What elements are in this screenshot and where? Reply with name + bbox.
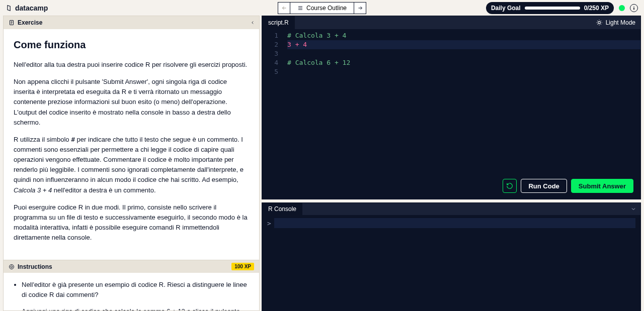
console-collapse-button[interactable] — [630, 203, 636, 215]
editor-tabs: script.R Light Mode — [262, 16, 640, 29]
daily-goal-value: 0/250 XP — [584, 5, 609, 12]
exercise-p3-em: Calcola 3 + 4 — [14, 186, 52, 194]
daily-goal[interactable]: Daily Goal 0/250 XP — [486, 2, 614, 14]
course-outline-label: Course Outline — [306, 5, 347, 12]
run-code-button[interactable]: Run Code — [521, 179, 567, 193]
light-mode-label: Light Mode — [606, 19, 635, 26]
code-comment: # Calcola 6 + 12 — [287, 59, 350, 66]
code-area[interactable]: # Calcola 3 + 4 3 + 4 # Calcola 6 + 12 — [282, 29, 640, 199]
instruction-item: Aggiungi una riga di codice che calcola … — [22, 306, 249, 310]
console-body[interactable]: > — [262, 215, 640, 310]
exercise-title: Come funziona — [14, 37, 249, 53]
course-outline-button[interactable]: Course Outline — [290, 2, 354, 14]
tab-console[interactable]: R Console — [262, 203, 302, 215]
svg-rect-1 — [633, 8, 634, 10]
exercise-p3: R utilizza il simbolo # per indicare che… — [14, 135, 249, 195]
gutter: 12345 — [262, 29, 282, 199]
daily-goal-progress — [525, 7, 580, 10]
svg-point-0 — [633, 6, 634, 7]
hash-literal: # — [71, 136, 75, 143]
svg-point-3 — [10, 264, 14, 269]
info-icon — [631, 6, 636, 11]
svg-point-4 — [11, 266, 13, 268]
exercise-p3-a: R utilizza il simbolo — [14, 136, 71, 143]
chevron-left-icon — [250, 20, 255, 25]
target-icon — [9, 264, 15, 270]
chevron-down-icon — [630, 206, 636, 212]
svg-point-5 — [598, 22, 600, 24]
sun-icon — [596, 19, 603, 26]
next-exercise-button[interactable] — [354, 2, 366, 14]
instructions-header: Instructions 100 XP — [4, 260, 259, 273]
logo[interactable]: datacamp — [6, 4, 48, 12]
submit-answer-label: Submit Answer — [579, 182, 626, 190]
left-panel: Exercise Come funziona Nell'editor alla … — [3, 16, 260, 311]
code-num: 4 — [303, 41, 307, 48]
instruction-item: Nell'editor è già presente un esempio di… — [22, 280, 249, 300]
submit-answer-button[interactable]: Submit Answer — [571, 179, 633, 193]
main-area: Exercise Come funziona Nell'editor alla … — [0, 16, 644, 311]
instructions-header-label: Instructions — [18, 263, 52, 270]
prev-exercise-button[interactable] — [278, 2, 290, 14]
xp-badge: 100 XP — [231, 263, 254, 270]
console-input[interactable] — [274, 218, 635, 228]
right-panel: script.R Light Mode 12345 # Calcola 3 + … — [260, 16, 644, 311]
exercise-p1: Nell'editor alla tua destra puoi inserir… — [14, 60, 249, 70]
console-prompt: > — [267, 220, 271, 227]
light-mode-toggle[interactable]: Light Mode — [596, 16, 635, 29]
tab-script[interactable]: script.R — [262, 16, 295, 29]
logo-text: datacamp — [15, 4, 48, 12]
course-nav: Course Outline — [278, 2, 366, 14]
code-op: + — [291, 41, 303, 48]
exercise-header-label: Exercise — [18, 19, 42, 26]
exercise-p3-c: nell'editor a destra è un commento. — [52, 186, 155, 194]
status-indicator-icon — [619, 5, 625, 11]
run-code-label: Run Code — [528, 182, 559, 190]
info-button[interactable] — [630, 4, 638, 12]
arrow-left-icon — [281, 5, 287, 11]
editor-body[interactable]: 12345 # Calcola 3 + 4 3 + 4 # Calcola 6 … — [262, 29, 640, 199]
code-comment: # Calcola 3 + 4 — [287, 32, 346, 39]
document-icon — [9, 20, 15, 26]
top-bar: datacamp Course Outline Daily Goal 0/250… — [0, 0, 644, 16]
arrow-right-icon — [357, 5, 363, 11]
left-scroll[interactable]: Exercise Come funziona Nell'editor alla … — [4, 16, 259, 310]
instructions-content: Nell'editor è già presente un esempio di… — [4, 273, 259, 310]
reset-button[interactable] — [503, 179, 517, 193]
code-num: 3 — [287, 41, 291, 48]
daily-goal-label: Daily Goal — [491, 5, 521, 12]
editor: script.R Light Mode 12345 # Calcola 3 + … — [262, 16, 641, 199]
reset-icon — [506, 182, 513, 189]
console: R Console > — [262, 202, 641, 311]
exercise-p2: Non appena clicchi il pulsante 'Submit A… — [14, 77, 249, 128]
header-right: Daily Goal 0/250 XP — [486, 2, 638, 14]
exercise-content: Come funziona Nell'editor alla tua destr… — [4, 29, 259, 260]
exercise-p4: Puoi eserguire codice R in due modi. Il … — [14, 202, 249, 243]
console-tabs: R Console — [262, 203, 640, 215]
exercise-header: Exercise — [4, 16, 259, 29]
editor-actions: Run Code Submit Answer — [503, 179, 633, 193]
logo-icon — [6, 5, 13, 12]
collapse-left-button[interactable] — [248, 18, 257, 27]
list-icon — [297, 5, 303, 11]
